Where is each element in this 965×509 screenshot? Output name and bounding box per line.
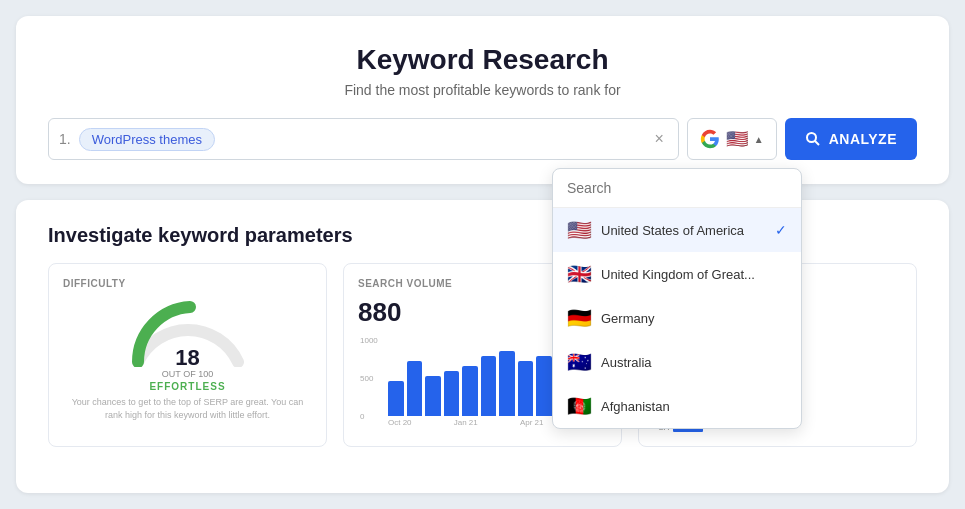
keyword-tag: WordPress themes bbox=[79, 128, 215, 151]
sv-y-label: 1000 bbox=[360, 336, 378, 345]
svg-line-1 bbox=[815, 141, 819, 145]
svg-point-0 bbox=[807, 133, 816, 142]
input-number: 1. bbox=[59, 131, 71, 147]
dropdown-item-us[interactable]: 🇺🇸 United States of America ✓ bbox=[553, 208, 801, 252]
sv-bar bbox=[388, 381, 404, 416]
sv-x-label: Oct 20 bbox=[388, 418, 412, 427]
top-card: Keyword Research Find the most profitabl… bbox=[16, 16, 949, 184]
sv-bar bbox=[481, 356, 497, 416]
sv-bar bbox=[444, 371, 460, 416]
dropdown-list: 🇺🇸 United States of America ✓ 🇬🇧 United … bbox=[553, 208, 801, 428]
country-name: Australia bbox=[601, 355, 787, 370]
sv-y-label: 500 bbox=[360, 374, 373, 383]
difficulty-label: DIFFICULTY bbox=[63, 278, 312, 289]
dropdown-item-af[interactable]: 🇦🇫 Afghanistan bbox=[553, 384, 801, 428]
analyze-button[interactable]: ANALYZE bbox=[785, 118, 917, 160]
country-name: Afghanistan bbox=[601, 399, 787, 414]
sv-x-label: Jan 21 bbox=[454, 418, 478, 427]
search-row: 1. WordPress themes × 🇺🇸 ▲ ANALYZE bbox=[48, 118, 917, 160]
clear-button[interactable]: × bbox=[650, 128, 667, 150]
flag-icon: 🇬🇧 bbox=[567, 262, 591, 286]
sv-bar bbox=[536, 356, 552, 416]
dropdown-search-wrapper[interactable] bbox=[553, 169, 801, 208]
difficulty-value: 18 bbox=[162, 347, 213, 369]
sv-bar bbox=[407, 361, 423, 416]
sv-x-label: Apr 21 bbox=[520, 418, 544, 427]
sv-bar bbox=[462, 366, 478, 416]
flag-icon: 🇩🇪 bbox=[567, 306, 591, 330]
difficulty-sub: OUT OF 100 bbox=[162, 369, 213, 379]
page-title: Keyword Research bbox=[48, 44, 917, 76]
difficulty-rating: EFFORTLESS bbox=[149, 381, 225, 392]
country-name: United States of America bbox=[601, 223, 765, 238]
flag-icon: 🇺🇸 bbox=[567, 218, 591, 242]
sv-bar bbox=[425, 376, 441, 416]
sv-bar bbox=[518, 361, 534, 416]
difficulty-description: Your chances to get to the top of SERP a… bbox=[63, 396, 312, 421]
gauge-container: 18 OUT OF 100 EFFORTLESS Your chances to… bbox=[63, 297, 312, 421]
check-icon: ✓ bbox=[775, 222, 787, 238]
sv-y-label: 0 bbox=[360, 412, 364, 421]
search-input-wrapper: 1. WordPress themes × bbox=[48, 118, 679, 160]
dropdown-item-au[interactable]: 🇦🇺 Australia bbox=[553, 340, 801, 384]
country-name: Germany bbox=[601, 311, 787, 326]
difficulty-card: DIFFICULTY 18 OUT OF 100 EFFORTLESS Your… bbox=[48, 263, 327, 447]
dropdown-search-input[interactable] bbox=[567, 180, 787, 196]
dropdown-item-gb[interactable]: 🇬🇧 United Kingdom of Great... bbox=[553, 252, 801, 296]
bottom-card: Investigate keyword parameters DIFFICULT… bbox=[16, 200, 949, 493]
google-icon bbox=[700, 129, 720, 149]
page-subtitle: Find the most profitable keywords to ran… bbox=[48, 82, 917, 98]
country-selector-button[interactable]: 🇺🇸 ▲ bbox=[687, 118, 777, 160]
dropdown-panel: 🇺🇸 United States of America ✓ 🇬🇧 United … bbox=[552, 168, 802, 429]
flag-icon: 🇺🇸 bbox=[726, 128, 748, 150]
chevron-up-icon: ▲ bbox=[754, 134, 764, 145]
flag-icon: 🇦🇺 bbox=[567, 350, 591, 374]
dropdown-item-de[interactable]: 🇩🇪 Germany bbox=[553, 296, 801, 340]
search-icon bbox=[805, 131, 821, 147]
sv-bar bbox=[499, 351, 515, 416]
flag-icon: 🇦🇫 bbox=[567, 394, 591, 418]
country-name: United Kingdom of Great... bbox=[601, 267, 787, 282]
